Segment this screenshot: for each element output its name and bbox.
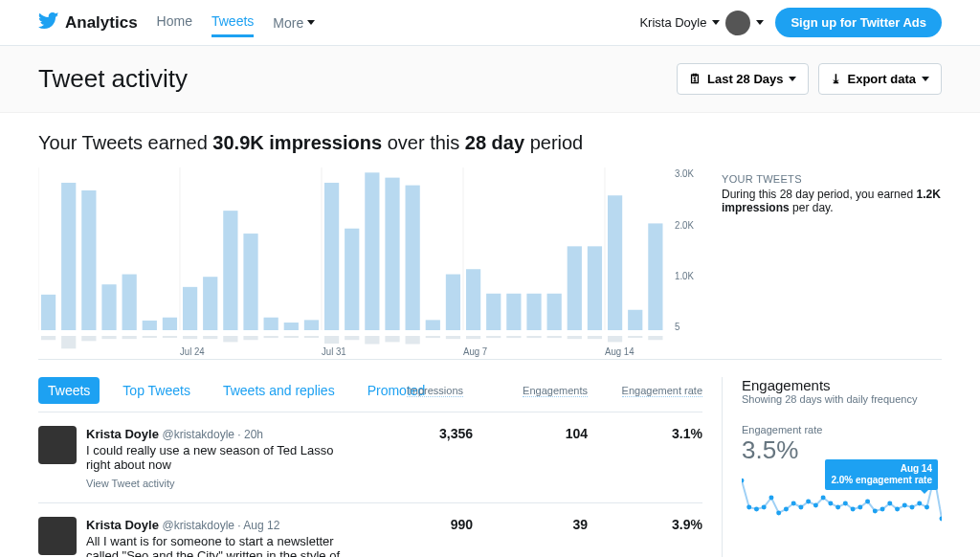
svg-point-87 (828, 501, 833, 506)
chevron-down-icon (789, 77, 796, 81)
tweet-text: I could really use a new season of Ted L… (86, 443, 358, 472)
nav-more[interactable]: More (273, 8, 315, 37)
svg-rect-18 (304, 320, 319, 330)
main-content: Your Tweets earned 30.9K impressions ove… (0, 113, 980, 557)
svg-rect-48 (284, 336, 299, 338)
svg-rect-62 (568, 336, 582, 339)
svg-rect-34 (628, 310, 642, 330)
nav-tweets[interactable]: Tweets (212, 8, 254, 37)
svg-rect-14 (223, 211, 237, 330)
tweet-rate: 3.9% (597, 517, 702, 557)
svg-point-80 (776, 510, 781, 515)
chevron-down-icon (922, 77, 929, 81)
view-activity-link[interactable]: View Tweet activity (86, 478, 358, 489)
nav-home[interactable]: Home (157, 8, 192, 37)
user-menu[interactable]: Krista Doyle (639, 11, 764, 35)
chart-summary: YOUR TWEETS During this 28 day period, y… (722, 167, 942, 359)
svg-rect-40 (122, 336, 137, 339)
svg-rect-44 (203, 336, 217, 339)
svg-rect-43 (183, 336, 197, 339)
svg-point-82 (791, 501, 796, 506)
tweet-thumbnail (38, 517, 77, 555)
svg-rect-64 (608, 336, 622, 342)
summary-label: YOUR TWEETS (722, 173, 942, 185)
svg-point-78 (762, 504, 767, 509)
svg-text:Aug 7: Aug 7 (463, 346, 487, 357)
svg-rect-45 (223, 336, 237, 342)
tweet-author: Krista Doyle (86, 427, 162, 441)
svg-point-93 (873, 508, 878, 513)
chevron-down-icon (756, 20, 764, 25)
svg-rect-50 (324, 336, 339, 344)
svg-rect-54 (406, 336, 420, 345)
svg-point-86 (821, 496, 826, 501)
date-range-button[interactable]: 🗓 Last 28 Days (677, 63, 810, 95)
svg-rect-27 (486, 294, 501, 330)
engagement-rate-label: Engagement rate (742, 424, 942, 435)
user-name: Krista Doyle (639, 15, 706, 30)
svg-rect-20 (345, 229, 359, 330)
svg-rect-15 (243, 234, 257, 330)
svg-rect-31 (568, 246, 582, 330)
svg-rect-35 (648, 223, 662, 330)
svg-rect-17 (284, 323, 299, 330)
tab-tweets[interactable]: Tweets (38, 377, 100, 404)
svg-rect-38 (81, 336, 96, 341)
svg-rect-23 (406, 186, 420, 330)
svg-rect-6 (61, 183, 76, 330)
svg-point-95 (887, 501, 892, 506)
col-impressions: Impressions (407, 385, 463, 397)
chevron-down-icon (712, 20, 720, 25)
svg-rect-21 (365, 172, 379, 330)
svg-rect-53 (385, 336, 399, 342)
svg-point-83 (798, 504, 803, 509)
svg-rect-22 (385, 178, 399, 330)
svg-point-92 (865, 500, 870, 504)
tab-tweets-replies[interactable]: Tweets and replies (213, 377, 345, 404)
svg-rect-16 (264, 318, 278, 330)
signup-ads-button[interactable]: Sign up for Twitter Ads (775, 8, 942, 37)
sparkline-tooltip: Aug 14 2.0% engagement rate (825, 459, 938, 490)
tweet-handle: @kristakdoyle · Aug 12 (162, 519, 279, 532)
svg-rect-37 (61, 336, 76, 348)
svg-rect-33 (608, 195, 622, 330)
engagements-subtitle: Showing 28 days with daily frequency (742, 393, 942, 405)
svg-rect-12 (183, 287, 197, 330)
svg-rect-59 (506, 336, 521, 338)
svg-rect-41 (143, 336, 157, 338)
tweet-impressions: 3,356 (368, 426, 473, 489)
table-row[interactable]: Krista Doyle @kristakdoyle · Aug 12 All … (38, 503, 702, 557)
svg-text:5: 5 (675, 322, 680, 332)
avatar (725, 11, 750, 35)
svg-text:3.0K: 3.0K (675, 168, 694, 179)
svg-point-97 (902, 503, 907, 508)
svg-rect-19 (324, 183, 339, 330)
svg-point-102 (940, 516, 942, 521)
top-nav: Analytics Home Tweets More Krista Doyle … (0, 0, 980, 46)
svg-rect-9 (122, 275, 137, 330)
svg-rect-7 (81, 190, 96, 330)
svg-rect-8 (101, 284, 116, 330)
svg-rect-30 (547, 294, 562, 330)
brand: Analytics (38, 12, 138, 33)
svg-rect-56 (446, 336, 460, 339)
table-row[interactable]: Krista Doyle @kristakdoyle · 20h I could… (38, 412, 702, 503)
svg-rect-10 (143, 321, 157, 330)
svg-point-91 (858, 504, 862, 509)
svg-rect-63 (588, 336, 602, 339)
tweet-thumbnail (38, 426, 77, 464)
svg-rect-61 (547, 336, 562, 338)
export-data-button[interactable]: ⤓ Export data (818, 63, 942, 95)
impressions-headline: Your Tweets earned 30.9K impressions ove… (38, 132, 942, 154)
svg-rect-51 (345, 336, 359, 340)
tweet-author: Krista Doyle (86, 518, 162, 532)
svg-rect-5 (41, 295, 56, 330)
svg-rect-60 (526, 336, 541, 338)
tweets-column: Tweets Top Tweets Tweets and replies Pro… (38, 377, 702, 557)
col-engagement-rate: Engagement rate (622, 385, 702, 397)
tab-top-tweets[interactable]: Top Tweets (113, 377, 200, 404)
svg-text:Jul 24: Jul 24 (180, 346, 205, 357)
page-title: Tweet activity (38, 64, 188, 94)
svg-rect-24 (426, 320, 440, 330)
svg-text:2.0K: 2.0K (675, 220, 694, 231)
